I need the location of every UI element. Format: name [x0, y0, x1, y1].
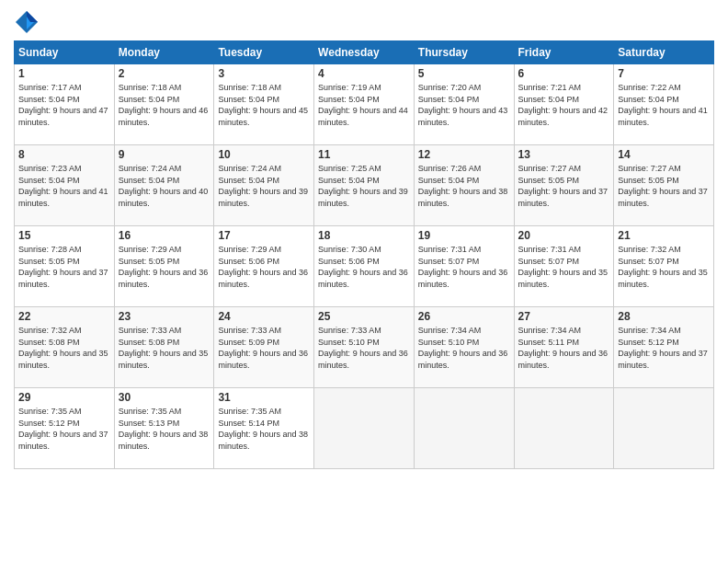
day-number: 27: [518, 310, 610, 323]
day-number: 6: [518, 67, 610, 80]
calendar-cell: 20Sunrise: 7:31 AMSunset: 5:07 PMDayligh…: [514, 226, 614, 307]
day-header-wednesday: Wednesday: [314, 41, 415, 64]
cell-info: Sunrise: 7:18 AMSunset: 5:04 PMDaylight:…: [218, 83, 308, 127]
cell-info: Sunrise: 7:32 AMSunset: 5:08 PMDaylight:…: [18, 326, 108, 370]
cell-info: Sunrise: 7:17 AMSunset: 5:04 PMDaylight:…: [18, 83, 108, 127]
calendar-cell: 22Sunrise: 7:32 AMSunset: 5:08 PMDayligh…: [15, 307, 115, 388]
calendar-cell: 19Sunrise: 7:31 AMSunset: 5:07 PMDayligh…: [414, 226, 514, 307]
calendar-table: SundayMondayTuesdayWednesdayThursdayFrid…: [14, 40, 714, 469]
cell-info: Sunrise: 7:27 AMSunset: 5:05 PMDaylight:…: [518, 164, 609, 208]
day-number: 19: [418, 229, 510, 242]
calendar-cell: [514, 388, 614, 469]
day-number: 21: [618, 229, 710, 242]
day-header-saturday: Saturday: [614, 41, 714, 64]
week-row-1: 1Sunrise: 7:17 AMSunset: 5:04 PMDaylight…: [15, 64, 714, 145]
day-number: 14: [618, 148, 710, 161]
cell-info: Sunrise: 7:33 AMSunset: 5:10 PMDaylight:…: [318, 326, 408, 370]
day-number: 8: [18, 148, 110, 161]
calendar-cell: 15Sunrise: 7:28 AMSunset: 5:05 PMDayligh…: [15, 226, 115, 307]
page-container: SundayMondayTuesdayWednesdayThursdayFrid…: [0, 0, 728, 563]
cell-info: Sunrise: 7:19 AMSunset: 5:04 PMDaylight:…: [318, 83, 408, 127]
calendar-cell: 14Sunrise: 7:27 AMSunset: 5:05 PMDayligh…: [614, 145, 714, 226]
calendar-cell: 17Sunrise: 7:29 AMSunset: 5:06 PMDayligh…: [214, 226, 314, 307]
day-number: 3: [218, 67, 310, 80]
day-header-thursday: Thursday: [414, 41, 514, 64]
day-number: 10: [218, 148, 310, 161]
day-number: 26: [418, 310, 510, 323]
day-number: 24: [218, 310, 310, 323]
cell-info: Sunrise: 7:18 AMSunset: 5:04 PMDaylight:…: [119, 83, 209, 127]
cell-info: Sunrise: 7:31 AMSunset: 5:07 PMDaylight:…: [418, 245, 508, 289]
day-number: 30: [119, 391, 210, 404]
day-number: 28: [618, 310, 710, 323]
calendar-cell: 4Sunrise: 7:19 AMSunset: 5:04 PMDaylight…: [314, 64, 415, 145]
calendar-cell: 23Sunrise: 7:33 AMSunset: 5:08 PMDayligh…: [114, 307, 214, 388]
day-header-friday: Friday: [514, 41, 614, 64]
calendar-cell: 9Sunrise: 7:24 AMSunset: 5:04 PMDaylight…: [114, 145, 214, 226]
cell-info: Sunrise: 7:32 AMSunset: 5:07 PMDaylight:…: [618, 245, 708, 289]
calendar-cell: 18Sunrise: 7:30 AMSunset: 5:06 PMDayligh…: [314, 226, 415, 307]
cell-info: Sunrise: 7:34 AMSunset: 5:10 PMDaylight:…: [418, 326, 508, 370]
day-number: 7: [618, 67, 710, 80]
calendar-cell: 1Sunrise: 7:17 AMSunset: 5:04 PMDaylight…: [15, 64, 115, 145]
calendar-cell: [614, 388, 714, 469]
cell-info: Sunrise: 7:33 AMSunset: 5:08 PMDaylight:…: [119, 326, 209, 370]
logo-icon: [14, 9, 40, 35]
cell-info: Sunrise: 7:34 AMSunset: 5:11 PMDaylight:…: [518, 326, 609, 370]
calendar-cell: [314, 388, 415, 469]
calendar-cell: 6Sunrise: 7:21 AMSunset: 5:04 PMDaylight…: [514, 64, 614, 145]
cell-info: Sunrise: 7:35 AMSunset: 5:13 PMDaylight:…: [119, 407, 209, 451]
calendar-cell: 24Sunrise: 7:33 AMSunset: 5:09 PMDayligh…: [214, 307, 314, 388]
calendar-cell: 2Sunrise: 7:18 AMSunset: 5:04 PMDaylight…: [114, 64, 214, 145]
cell-info: Sunrise: 7:24 AMSunset: 5:04 PMDaylight:…: [218, 164, 308, 208]
day-number: 31: [218, 391, 310, 404]
cell-info: Sunrise: 7:29 AMSunset: 5:05 PMDaylight:…: [119, 245, 209, 289]
calendar-cell: 28Sunrise: 7:34 AMSunset: 5:12 PMDayligh…: [614, 307, 714, 388]
logo: [14, 9, 43, 35]
cell-info: Sunrise: 7:35 AMSunset: 5:12 PMDaylight:…: [18, 407, 108, 451]
cell-info: Sunrise: 7:34 AMSunset: 5:12 PMDaylight:…: [618, 326, 708, 370]
calendar-cell: 7Sunrise: 7:22 AMSunset: 5:04 PMDaylight…: [614, 64, 714, 145]
calendar-cell: 31Sunrise: 7:35 AMSunset: 5:14 PMDayligh…: [214, 388, 314, 469]
calendar-cell: [414, 388, 514, 469]
week-row-4: 22Sunrise: 7:32 AMSunset: 5:08 PMDayligh…: [15, 307, 714, 388]
day-number: 11: [318, 148, 410, 161]
calendar-cell: 29Sunrise: 7:35 AMSunset: 5:12 PMDayligh…: [15, 388, 115, 469]
day-number: 15: [18, 229, 110, 242]
cell-info: Sunrise: 7:23 AMSunset: 5:04 PMDaylight:…: [18, 164, 108, 208]
calendar-cell: 16Sunrise: 7:29 AMSunset: 5:05 PMDayligh…: [114, 226, 214, 307]
cell-info: Sunrise: 7:29 AMSunset: 5:06 PMDaylight:…: [218, 245, 308, 289]
calendar-cell: 8Sunrise: 7:23 AMSunset: 5:04 PMDaylight…: [15, 145, 115, 226]
calendar-cell: 27Sunrise: 7:34 AMSunset: 5:11 PMDayligh…: [514, 307, 614, 388]
cell-info: Sunrise: 7:20 AMSunset: 5:04 PMDaylight:…: [418, 83, 508, 127]
cell-info: Sunrise: 7:26 AMSunset: 5:04 PMDaylight:…: [418, 164, 508, 208]
calendar-cell: 5Sunrise: 7:20 AMSunset: 5:04 PMDaylight…: [414, 64, 514, 145]
day-number: 18: [318, 229, 410, 242]
cell-info: Sunrise: 7:33 AMSunset: 5:09 PMDaylight:…: [218, 326, 308, 370]
week-row-2: 8Sunrise: 7:23 AMSunset: 5:04 PMDaylight…: [15, 145, 714, 226]
day-number: 12: [418, 148, 510, 161]
cell-info: Sunrise: 7:25 AMSunset: 5:04 PMDaylight:…: [318, 164, 408, 208]
cell-info: Sunrise: 7:22 AMSunset: 5:04 PMDaylight:…: [618, 83, 708, 127]
day-number: 2: [119, 67, 210, 80]
cell-info: Sunrise: 7:27 AMSunset: 5:05 PMDaylight:…: [618, 164, 708, 208]
calendar-cell: 30Sunrise: 7:35 AMSunset: 5:13 PMDayligh…: [114, 388, 214, 469]
day-number: 13: [518, 148, 610, 161]
day-number: 25: [318, 310, 410, 323]
day-number: 22: [18, 310, 110, 323]
calendar-cell: 26Sunrise: 7:34 AMSunset: 5:10 PMDayligh…: [414, 307, 514, 388]
cell-info: Sunrise: 7:30 AMSunset: 5:06 PMDaylight:…: [318, 245, 408, 289]
calendar-cell: 3Sunrise: 7:18 AMSunset: 5:04 PMDaylight…: [214, 64, 314, 145]
calendar-cell: 25Sunrise: 7:33 AMSunset: 5:10 PMDayligh…: [314, 307, 415, 388]
day-number: 9: [119, 148, 210, 161]
header: [14, 9, 714, 35]
cell-info: Sunrise: 7:31 AMSunset: 5:07 PMDaylight:…: [518, 245, 609, 289]
day-number: 1: [18, 67, 110, 80]
day-number: 29: [18, 391, 110, 404]
calendar-cell: 10Sunrise: 7:24 AMSunset: 5:04 PMDayligh…: [214, 145, 314, 226]
week-row-3: 15Sunrise: 7:28 AMSunset: 5:05 PMDayligh…: [15, 226, 714, 307]
day-number: 17: [218, 229, 310, 242]
calendar-cell: 13Sunrise: 7:27 AMSunset: 5:05 PMDayligh…: [514, 145, 614, 226]
day-number: 20: [518, 229, 610, 242]
calendar-cell: 21Sunrise: 7:32 AMSunset: 5:07 PMDayligh…: [614, 226, 714, 307]
